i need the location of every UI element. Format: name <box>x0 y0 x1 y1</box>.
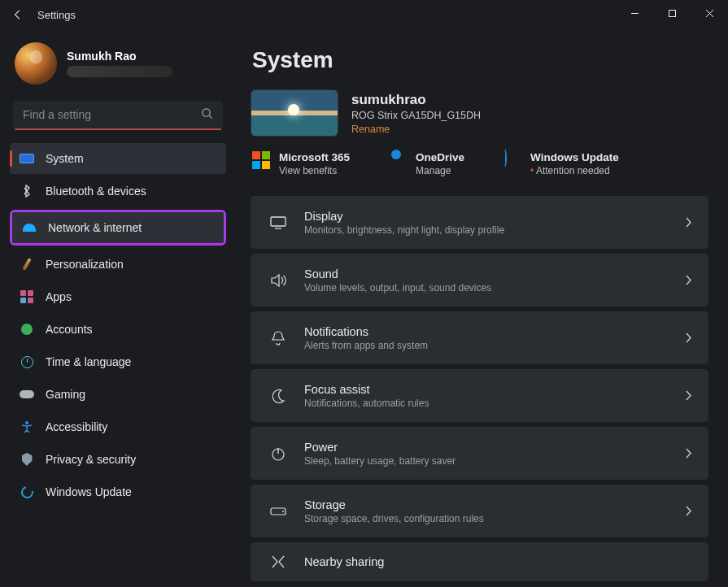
clock-icon <box>20 354 34 369</box>
card-sub: Notifications, automatic rules <box>304 398 686 409</box>
sidebar-item-label: Windows Update <box>46 485 132 498</box>
sidebar-item-personalization[interactable]: Personalization <box>10 249 226 280</box>
card-title: Focus assist <box>304 383 686 396</box>
chevron-right-icon <box>686 390 692 401</box>
sidebar-item-label: Accessibility <box>46 420 107 433</box>
user-profile[interactable]: Sumukh Rao <box>10 36 226 89</box>
sidebar-item-label: Privacy & security <box>46 453 136 466</box>
nearby-sharing-icon <box>264 554 293 569</box>
device-row: sumukhrao ROG Strix GA15DH_G15DH Rename <box>251 89 708 137</box>
sidebar: Sumukh Rao System Bluetooth & <box>0 29 236 587</box>
service-title: Windows Update <box>530 151 619 163</box>
service-title: Microsoft 365 <box>279 151 350 163</box>
back-button[interactable] <box>7 9 29 20</box>
svg-point-2 <box>25 421 28 424</box>
chevron-right-icon <box>686 448 692 459</box>
service-row: Microsoft 365 View benefits OneDrive Man… <box>251 151 708 176</box>
card-title: Display <box>304 210 686 223</box>
chevron-right-icon <box>686 275 692 285</box>
card-storage[interactable]: StorageStorage space, drives, configurat… <box>251 485 708 537</box>
sidebar-item-windows-update[interactable]: Windows Update <box>10 476 226 507</box>
sidebar-item-bluetooth[interactable]: Bluetooth & devices <box>10 176 226 207</box>
sidebar-item-privacy[interactable]: Privacy & security <box>10 444 226 475</box>
card-sub: Volume levels, output, input, sound devi… <box>304 282 686 294</box>
sidebar-item-gaming[interactable]: Gaming <box>10 379 226 410</box>
storage-icon <box>264 506 293 517</box>
service-microsoft365[interactable]: Microsoft 365 View benefits <box>252 151 350 176</box>
sidebar-item-time-language[interactable]: Time & language <box>10 346 226 377</box>
service-sub: Manage <box>416 165 464 176</box>
sidebar-item-label: System <box>46 152 84 165</box>
device-model: ROG Strix GA15DH_G15DH <box>351 110 481 121</box>
card-nearby-sharing[interactable]: Nearby sharing <box>251 542 708 581</box>
sidebar-item-apps[interactable]: Apps <box>10 281 226 312</box>
windows-update-icon <box>503 151 521 169</box>
bluetooth-icon <box>20 184 34 198</box>
card-sub: Alerts from apps and system <box>304 340 686 351</box>
user-name: Sumukh Rao <box>67 50 172 63</box>
service-windows-update[interactable]: Windows Update Attention needed <box>503 151 619 176</box>
sidebar-item-label: Network & internet <box>48 221 142 234</box>
service-sub: Attention needed <box>530 165 619 176</box>
user-icon <box>20 322 34 337</box>
rename-link[interactable]: Rename <box>351 124 481 135</box>
sound-icon <box>264 272 293 289</box>
search-input[interactable] <box>13 101 223 128</box>
service-onedrive[interactable]: OneDrive Manage <box>389 151 464 176</box>
microsoft365-icon <box>252 151 270 169</box>
svg-point-1 <box>203 109 210 116</box>
sidebar-item-label: Time & language <box>46 355 131 368</box>
chevron-right-icon <box>686 506 692 516</box>
svg-point-6 <box>282 511 284 512</box>
accessibility-icon <box>20 420 34 434</box>
chevron-right-icon <box>686 333 692 343</box>
sidebar-item-label: Accounts <box>46 323 93 336</box>
sidebar-item-accounts[interactable]: Accounts <box>10 314 226 345</box>
card-sub: Monitors, brightness, night light, displ… <box>304 224 686 236</box>
window-title: Settings <box>37 9 76 21</box>
search-focus-underline <box>15 128 221 130</box>
wifi-icon <box>22 220 37 235</box>
monitor-icon <box>20 151 34 166</box>
search-icon <box>201 107 213 120</box>
card-title: Storage <box>304 498 686 511</box>
maximize-button[interactable] <box>653 0 691 26</box>
svg-rect-0 <box>669 10 675 16</box>
bell-icon <box>264 330 293 346</box>
minimize-button[interactable] <box>616 0 653 26</box>
avatar <box>15 42 57 85</box>
card-focus-assist[interactable]: Focus assistNotifications, automatic rul… <box>251 369 708 422</box>
sidebar-item-label: Apps <box>46 290 72 303</box>
card-sound[interactable]: SoundVolume levels, output, input, sound… <box>251 254 708 307</box>
card-power[interactable]: PowerSleep, battery usage, battery saver <box>251 427 708 480</box>
window-controls <box>616 0 728 26</box>
card-title: Sound <box>304 267 686 280</box>
display-icon <box>264 215 293 230</box>
apps-icon <box>20 289 34 304</box>
onedrive-icon <box>389 151 407 169</box>
card-title: Nearby sharing <box>304 555 692 568</box>
card-display[interactable]: DisplayMonitors, brightness, night light… <box>251 196 708 249</box>
card-sub: Storage space, drives, configuration rul… <box>304 513 686 524</box>
annotation-highlight: Network & internet <box>10 210 226 246</box>
shield-icon <box>20 452 34 467</box>
close-button[interactable] <box>691 0 728 26</box>
service-title: OneDrive <box>416 151 464 163</box>
sidebar-item-label: Personalization <box>46 258 124 271</box>
card-notifications[interactable]: NotificationsAlerts from apps and system <box>251 311 708 364</box>
brush-icon <box>20 257 34 272</box>
sidebar-item-network[interactable]: Network & internet <box>12 212 224 243</box>
desktop-thumbnail[interactable] <box>251 89 338 137</box>
sidebar-item-label: Bluetooth & devices <box>46 185 146 198</box>
update-icon <box>20 485 34 499</box>
power-icon <box>264 446 293 462</box>
sidebar-item-accessibility[interactable]: Accessibility <box>10 411 226 442</box>
chevron-right-icon <box>686 217 692 228</box>
svg-rect-3 <box>271 217 286 226</box>
moon-icon <box>264 388 293 404</box>
page-title: System <box>252 47 708 73</box>
sidebar-item-label: Gaming <box>46 388 85 401</box>
sidebar-item-system[interactable]: System <box>10 143 226 174</box>
device-name: sumukhrao <box>351 92 481 108</box>
card-sub: Sleep, battery usage, battery saver <box>304 455 686 467</box>
